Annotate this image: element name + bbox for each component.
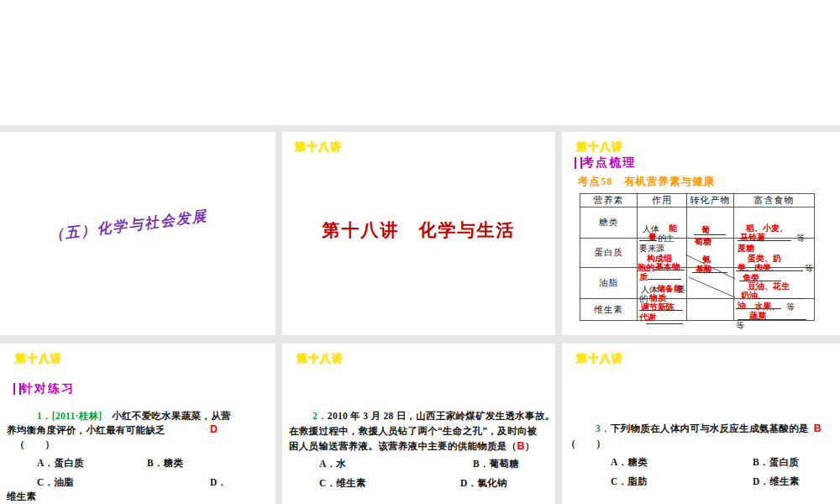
- col-gutter-2: [555, 125, 562, 504]
- option-b: B．糖类: [147, 457, 183, 470]
- table-row: 蛋白质 构成细 胞的 基本物 质 氨 基酸 蛋类、奶 类、肉类、: [580, 239, 815, 268]
- lecture-header: 第十八讲: [576, 351, 623, 366]
- section-bar-icon: [19, 383, 21, 395]
- question-line: 困人员输送营养液。该营养液中主要的供能物质是（B）: [289, 440, 535, 453]
- slide-1-cover[interactable]: （五）化学与社会发展: [0, 132, 276, 335]
- question-line: 在救援过程中，救援人员钻了两个“生命之孔”，及时向被: [289, 425, 537, 438]
- option-c: C．维生素: [319, 477, 366, 490]
- lecture-header: 第十八讲: [297, 351, 344, 366]
- slide-2-main-title: 第十八讲 化学与生活: [282, 218, 555, 242]
- table-row: 糖类 人体 能 量 的主 要来源 葡 萄糖 稻、小麦、 马铃薯: [580, 207, 815, 239]
- question-source: [2011·桂林]: [52, 411, 102, 421]
- lecture-header: 第十八讲: [576, 139, 623, 155]
- question-line: 2．2010 年 3 月 28 日，山西王家岭煤矿发生透水事故。: [312, 410, 554, 423]
- row-gutter-middle: [0, 335, 840, 344]
- section-label: 考点梳理: [582, 155, 636, 171]
- blank-underline: [738, 319, 806, 320]
- option-c: C．脂肪: [611, 475, 648, 488]
- table-row: 维生素 代谢 蔬菜 等: [580, 299, 815, 321]
- answer-letter: B: [517, 440, 524, 452]
- section-label: 针对练习: [21, 381, 75, 396]
- question-text: 2010 年 3 月 28 日，山西王家岭煤矿发生透水事故。: [328, 411, 555, 421]
- section-bar-icon: [13, 383, 15, 395]
- option-c: C．油脂: [37, 476, 74, 489]
- section-bar-icon: [575, 157, 576, 169]
- row-name: 油脂: [580, 268, 638, 299]
- slide-2-title[interactable]: 第十八讲 第十八讲 化学与生活: [282, 132, 555, 335]
- question-text: 下列物质在人体内可与水反应生成氨基酸的是: [611, 423, 809, 433]
- question-number: 1．: [37, 411, 52, 421]
- slide-sorter-grid: （五）化学与社会发展 第十八讲 第十八讲 化学与生活 第十八讲 考点梳理 考点5…: [0, 0, 840, 504]
- option-d: D．氯化钠: [460, 477, 507, 490]
- nutrients-table: 营养素 作用 转化产物 富含食物 糖类 人体 能 量 的主 要来源 葡: [580, 193, 815, 321]
- option-b: B．葡萄糖: [473, 458, 519, 470]
- row-name: 维生素: [580, 299, 638, 321]
- answer-letter: D: [210, 423, 218, 435]
- answer-bracket: （ ）: [566, 438, 606, 450]
- section-heading: 针对练习: [13, 381, 75, 396]
- option-a: A．蛋白质: [37, 457, 84, 470]
- topic-title: 考点58 有机营养素与健康: [578, 175, 715, 189]
- col-header: 营养素: [580, 194, 638, 207]
- slide-3-kaodian[interactable]: 第十八讲 考点梳理 考点58 有机营养素与健康 营养素 作用 转化产物 富含食物…: [562, 132, 840, 335]
- option-a: A．水: [319, 458, 346, 470]
- question-number: 3．: [596, 423, 611, 433]
- lecture-header: 第十八讲: [295, 139, 342, 155]
- col-gutter-1: [276, 125, 282, 504]
- cell-text: 要: [677, 284, 685, 296]
- question-line: 1．[2011·桂林] 小红不爱吃水果蔬菜，从营: [37, 410, 231, 423]
- answer-letter: B: [814, 423, 822, 434]
- question-text: ）: [525, 441, 535, 451]
- slide-1-title: （五）化学与社会发展: [48, 207, 208, 245]
- col-header: 作用: [638, 194, 687, 207]
- col-header: 富含食物: [734, 194, 815, 207]
- question-number: 2．: [312, 411, 328, 421]
- row-name: 糖类: [580, 207, 638, 239]
- question-text: 困人员输送营养液。该营养液中主要的供能物质是（: [289, 441, 517, 451]
- question-line: 养均衡角度评价，小红最有可能缺乏: [7, 424, 165, 437]
- row-name: 蛋白质: [580, 239, 638, 268]
- blank-underline: [646, 323, 683, 324]
- section-heading: 考点梳理: [575, 155, 636, 171]
- table-header-row: 营养素 作用 转化产物 富含食物: [580, 194, 815, 207]
- lecture-header: 第十八讲: [15, 351, 62, 366]
- question-text: 小红不爱吃水果蔬菜，从营: [102, 411, 230, 421]
- question-line: 3．下列物质在人体内可与水反应生成氨基酸的是B: [596, 423, 822, 435]
- option-d: D．: [210, 476, 227, 489]
- slide-4-question1[interactable]: 第十八讲 针对练习 1．[2011·桂林] 小红不爱吃水果蔬菜，从营 养均衡角度…: [0, 344, 276, 504]
- section-bar-icon: [580, 157, 582, 169]
- table-row: 油脂 人体 储备能 要 的 物质 调节新陈 豆油、花生 奶油、 油 水果、: [580, 268, 815, 299]
- option-a: A．糖类: [611, 456, 648, 469]
- option-b: B．蛋白质: [753, 456, 799, 469]
- answer-bracket: （ ）: [15, 438, 55, 451]
- blank-underline: [694, 234, 726, 235]
- row-gutter-top: [0, 125, 840, 132]
- answer-text: 代谢: [639, 312, 656, 323]
- slide-5-question2[interactable]: 第十八讲 2．2010 年 3 月 28 日，山西王家岭煤矿发生透水事故。 在救…: [282, 344, 555, 504]
- col-header: 转化产物: [687, 194, 734, 207]
- option-d: D．维生素: [753, 475, 800, 488]
- cell-text: 等: [736, 320, 744, 332]
- slide-6-question3[interactable]: 第十八讲 3．下列物质在人体内可与水反应生成氨基酸的是B （ ） A．糖类 B．…: [562, 344, 840, 504]
- option-d-wrap: 维生素: [7, 491, 36, 503]
